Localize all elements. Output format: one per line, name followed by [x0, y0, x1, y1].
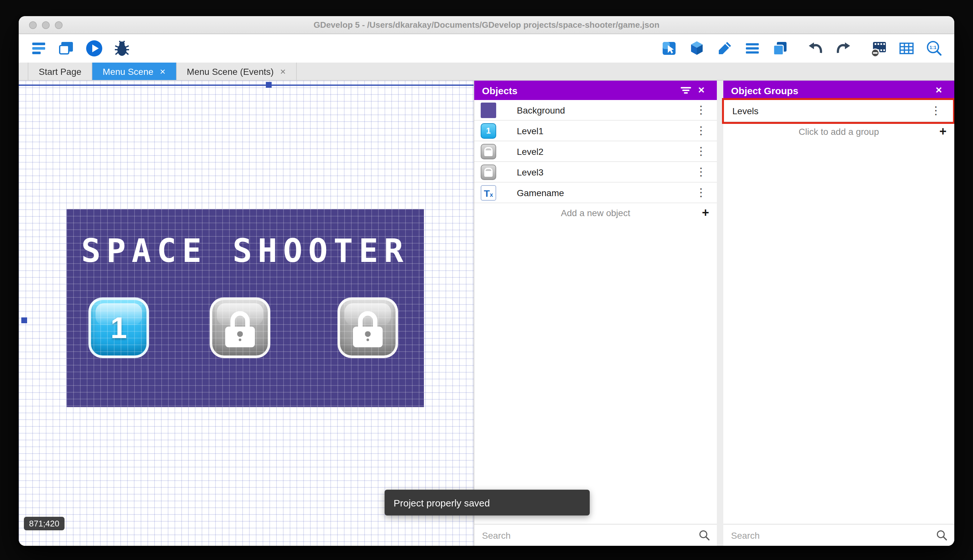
plus-icon[interactable]: + — [702, 206, 709, 220]
svg-text:1:1: 1:1 — [930, 45, 936, 50]
scene-editor-canvas[interactable]: SPACE SHOOTER 1 871;420 — [19, 81, 473, 546]
mask-frame-icon[interactable] — [869, 39, 888, 58]
plus-icon[interactable]: + — [940, 125, 946, 139]
debug-icon[interactable] — [112, 39, 132, 58]
minimize-window-button[interactable] — [42, 21, 50, 29]
object-name: Level1 — [517, 125, 692, 136]
level1-thumbnail-icon — [481, 123, 496, 138]
properties-pencil-icon[interactable] — [715, 39, 734, 58]
object-row-level3[interactable]: Level3 ⋮ — [474, 162, 717, 183]
close-tab-icon[interactable]: × — [280, 67, 286, 76]
object-row-background[interactable]: Background ⋮ — [474, 100, 717, 121]
object-row-gamename[interactable]: Gamename ⋮ — [474, 183, 717, 203]
search-icon[interactable] — [698, 529, 710, 541]
lock-icon — [353, 311, 383, 347]
redo-icon[interactable] — [834, 39, 853, 58]
group-row-levels[interactable]: Levels ⋮ — [723, 100, 954, 122]
add-group-label: Click to add a group — [798, 127, 879, 137]
close-panel-icon[interactable]: × — [931, 83, 946, 98]
app-window: GDevelop 5 - /Users/dkarakay/Documents/G… — [19, 16, 954, 546]
object-menu-icon[interactable]: ⋮ — [692, 145, 710, 158]
cursor-coordinates-badge: 871;420 — [24, 517, 65, 530]
object-menu-icon[interactable]: ⋮ — [692, 186, 710, 199]
toast-notification: Project properly saved — [385, 490, 590, 515]
grid-icon[interactable] — [897, 39, 916, 58]
level3-button-instance[interactable] — [337, 297, 398, 358]
panel-divider[interactable] — [717, 81, 723, 546]
objects-panel-icon[interactable] — [660, 39, 679, 58]
object-name: Level3 — [517, 167, 692, 177]
object-menu-icon[interactable]: ⋮ — [692, 103, 710, 117]
toast-message: Project properly saved — [393, 497, 490, 508]
text-object-thumbnail-icon — [481, 185, 496, 200]
object-name: Level2 — [517, 146, 692, 157]
add-object-row[interactable]: Add a new object + — [474, 203, 717, 223]
group-name: Levels — [732, 105, 926, 116]
object-groups-panel-title: Object Groups — [731, 85, 931, 96]
lock-thumbnail-icon — [481, 143, 496, 159]
background-object-instance[interactable]: SPACE SHOOTER 1 — [67, 209, 424, 407]
filter-icon[interactable] — [678, 83, 694, 98]
add-group-row[interactable]: Click to add a group + — [723, 122, 954, 141]
level1-number: 1 — [91, 300, 147, 355]
lock-thumbnail-icon — [481, 164, 496, 180]
tab-bar: Start Page Menu Scene × Menu Scene (Even… — [19, 63, 954, 81]
desktop-background: GDevelop 5 - /Users/dkarakay/Documents/G… — [0, 0, 973, 560]
scene-border-top — [19, 85, 473, 86]
group-menu-icon[interactable]: ⋮ — [926, 104, 945, 117]
titlebar[interactable]: GDevelop 5 - /Users/dkarakay/Documents/G… — [19, 16, 954, 34]
search-icon[interactable] — [936, 529, 948, 541]
layers-icon[interactable] — [770, 39, 790, 58]
preview-play-icon[interactable] — [85, 39, 104, 58]
tab-menu-scene[interactable]: Menu Scene × — [92, 63, 177, 80]
objects-search-bar — [474, 524, 717, 546]
level1-button-instance[interactable]: 1 — [88, 297, 149, 358]
object-row-level1[interactable]: Level1 ⋮ — [474, 121, 717, 141]
zoom-1-1-icon[interactable]: 1:1 — [925, 39, 944, 58]
tab-label: Menu Scene (Events) — [187, 66, 273, 77]
instances-list-icon[interactable] — [743, 39, 762, 58]
objects-search-input[interactable] — [474, 525, 698, 546]
tab-menu-scene-events[interactable]: Menu Scene (Events) × — [177, 63, 297, 80]
lock-icon — [225, 311, 255, 347]
object-menu-icon[interactable]: ⋮ — [692, 124, 710, 137]
close-window-button[interactable] — [29, 21, 37, 29]
traffic-lights — [29, 21, 63, 29]
background-thumbnail-icon — [481, 102, 496, 118]
scene-resize-handle-left[interactable] — [21, 317, 27, 323]
object-menu-icon[interactable]: ⋮ — [692, 165, 710, 179]
groups-search-bar — [723, 524, 954, 546]
level2-button-instance[interactable] — [210, 297, 270, 358]
tab-label: Menu Scene — [103, 66, 153, 77]
object-name: Gamename — [517, 187, 692, 198]
project-manager-icon[interactable] — [29, 39, 48, 58]
tab-start-page[interactable]: Start Page — [28, 63, 92, 80]
groups-search-input[interactable] — [723, 525, 936, 546]
zoom-window-button[interactable] — [55, 21, 63, 29]
scene-resize-handle-top[interactable] — [266, 82, 272, 88]
object-groups-panel: Object Groups × Levels ⋮ Click to add a … — [723, 81, 954, 546]
objects-panel-header: Objects × — [474, 81, 717, 100]
undo-icon[interactable] — [806, 39, 825, 58]
objects-panel-title: Objects — [482, 85, 678, 96]
toolbar-right-group: 1:1 — [660, 39, 944, 58]
toolbar-left-group — [29, 39, 132, 58]
add-object-label: Add a new object — [561, 208, 630, 218]
main-content: SPACE SHOOTER 1 871;420 Ob — [19, 81, 954, 546]
tab-label: Start Page — [39, 66, 81, 77]
scene-window-icon[interactable] — [57, 39, 76, 58]
close-tab-icon[interactable]: × — [160, 67, 166, 76]
object-groups-icon[interactable] — [687, 39, 706, 58]
window-title: GDevelop 5 - /Users/dkarakay/Documents/G… — [19, 16, 954, 33]
object-row-level2[interactable]: Level2 ⋮ — [474, 141, 717, 162]
objects-panel: Objects × Background ⋮ Level1 ⋮ — [473, 81, 717, 546]
toolbar: 1:1 — [19, 34, 954, 63]
close-panel-icon[interactable]: × — [694, 83, 709, 98]
game-title-text[interactable]: SPACE SHOOTER — [67, 232, 424, 270]
object-groups-panel-header: Object Groups × — [723, 81, 954, 100]
object-name: Background — [517, 105, 692, 115]
